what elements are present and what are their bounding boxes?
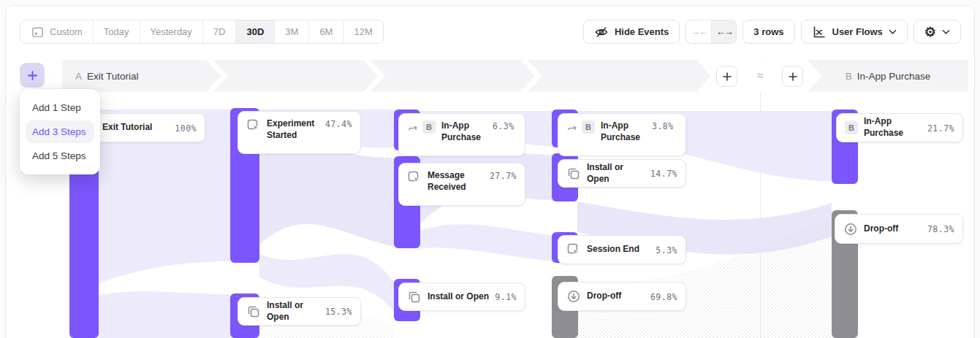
event-icon: [566, 242, 581, 257]
node-label: In-App Purchase: [441, 120, 487, 144]
step-banner-a[interactable]: [62, 60, 713, 92]
flow-arrow-icon: [407, 121, 419, 133]
node-label: Experiment Started: [267, 118, 319, 142]
flow-node-in-app-purchase-21[interactable]: B In-App Purchase 21.7%: [836, 113, 963, 142]
date-range-control: Custom Today Yesterday 7D 30D 3M 6M 12M: [20, 20, 384, 44]
date-range-label: 7D: [213, 26, 226, 37]
collapse-columns-button[interactable]: →←: [686, 20, 711, 43]
node-label: Session End: [587, 244, 650, 256]
rows-label: 3 rows: [753, 26, 783, 37]
date-range-6m[interactable]: 6M: [309, 20, 343, 43]
node-value: 15.3%: [325, 306, 352, 317]
add-step-button-b[interactable]: [782, 66, 803, 87]
step-banner-a-label: A Exit Tutorial: [75, 60, 139, 92]
date-range-yesterday[interactable]: Yesterday: [140, 20, 203, 43]
node-value: 27.7%: [490, 170, 517, 181]
node-label: Drop-off: [587, 291, 645, 302]
date-range-label: 30D: [246, 26, 264, 37]
plus-icon: [788, 72, 798, 82]
step-b-badge: B: [845, 121, 858, 134]
drop-off-icon: [843, 222, 858, 237]
menu-item-add-3-steps[interactable]: Add 3 Steps: [26, 120, 94, 143]
expand-columns-button[interactable]: ←→: [711, 20, 736, 43]
node-label: Install or Open: [267, 300, 319, 323]
flow-node-install-or-open-15[interactable]: Install or Open 15.3%: [238, 297, 361, 326]
view-selector-button[interactable]: User Flows: [801, 20, 908, 44]
date-range-label: 3M: [285, 26, 298, 37]
node-label: Exit Tutorial: [102, 122, 169, 134]
flow-node-message-received[interactable]: Message Received 27.7%: [398, 163, 525, 206]
date-range-3m[interactable]: 3M: [275, 20, 309, 43]
flow-node-drop-off-69[interactable]: Drop-off 69.8%: [558, 282, 686, 311]
step-banner-b-label: B In-App Purchase: [808, 60, 968, 92]
node-label: Drop-off: [864, 223, 922, 235]
node-value: 14.7%: [650, 168, 677, 179]
hide-events-button[interactable]: Hide Events: [583, 20, 680, 44]
hide-events-label: Hide Events: [615, 26, 669, 37]
toolbar-right: Hide Events →← ←→ 3 rows User Flows ⚙: [583, 20, 961, 44]
node-value: 9.1%: [495, 291, 517, 302]
node-value: 21.7%: [927, 123, 954, 134]
section-divider: [760, 58, 761, 338]
node-value: 47.4%: [325, 118, 352, 129]
date-range-7d[interactable]: 7D: [203, 20, 237, 43]
calendar-icon: [31, 25, 45, 39]
menu-item-add-5-steps[interactable]: Add 5 Steps: [26, 145, 94, 167]
node-label: Install or Open: [587, 162, 645, 185]
add-step-plus-button[interactable]: [20, 63, 45, 88]
node-label: In-App Purchase: [864, 116, 922, 139]
flow-node-in-app-purchase-3[interactable]: B In-App Purchase 3.8%: [558, 113, 686, 156]
flow-node-session-end[interactable]: Session End 5.3%: [558, 235, 686, 264]
node-label: Install or Open: [428, 291, 489, 303]
flow-node-in-app-purchase-6[interactable]: B In-App Purchase 6.3%: [398, 113, 525, 156]
date-range-label: 12M: [354, 26, 372, 37]
step-b-badge: B: [582, 120, 595, 134]
date-range-custom[interactable]: Custom: [20, 20, 94, 43]
step-name-b: In-App Purchase: [857, 71, 931, 82]
step-letter-b: B: [846, 71, 852, 82]
step-name-a: Exit Tutorial: [87, 71, 139, 82]
flow-link-band[interactable]: [420, 224, 552, 261]
node-value: 100%: [175, 123, 197, 134]
node-icon-group: B: [407, 120, 436, 134]
node-value: 78.3%: [927, 223, 954, 234]
flow-node-experiment-started[interactable]: Experiment Started 47.4%: [238, 111, 361, 154]
date-range-30d[interactable]: 30D: [236, 20, 275, 43]
step-letter-a: A: [75, 71, 82, 82]
drop-off-icon: [566, 289, 581, 304]
rows-button[interactable]: 3 rows: [742, 20, 794, 44]
event-icon: [246, 118, 261, 133]
flow-link-band[interactable]: [259, 140, 395, 247]
chevron-down-icon: [942, 29, 950, 35]
node-value: 69.8%: [650, 291, 677, 302]
collapse-expand-control: →← ←→: [685, 20, 737, 44]
view-selector-label: User Flows: [832, 26, 883, 37]
node-value: 3.8%: [652, 120, 674, 131]
date-range-label: 6M: [319, 26, 333, 37]
collapse-arrows-icon: →←: [691, 26, 707, 37]
node-icon-group: B: [845, 121, 858, 134]
date-range-label: Today: [104, 26, 129, 37]
add-step-button-a[interactable]: [716, 66, 737, 87]
flow-arrow-icon: [566, 121, 578, 133]
settings-button[interactable]: ⚙: [913, 20, 961, 44]
flow-link-band[interactable]: [99, 291, 230, 338]
node-value: 5.3%: [656, 245, 677, 256]
node-label: Message Received: [428, 170, 484, 193]
step-b-badge: B: [422, 120, 436, 134]
node-value: 6.3%: [493, 120, 514, 131]
expand-arrows-icon: ←→: [716, 26, 732, 37]
flows-chart-icon: [812, 25, 827, 39]
flow-node-install-or-open-14[interactable]: Install or Open 14.7%: [558, 159, 686, 188]
eye-off-icon: [594, 25, 609, 39]
date-range-12m[interactable]: 12M: [343, 20, 382, 43]
menu-item-add-1-step[interactable]: Add 1 Step: [26, 96, 94, 119]
flow-node-drop-off-78[interactable]: Drop-off 78.3%: [835, 214, 963, 244]
plus-icon: [722, 72, 732, 82]
flow-node-install-or-open-9[interactable]: Install or Open 9.1%: [398, 283, 525, 311]
install-icon: [566, 166, 581, 181]
chevron-down-icon: [889, 29, 897, 35]
install-icon: [246, 304, 261, 319]
event-icon: [407, 170, 422, 185]
date-range-today[interactable]: Today: [94, 20, 140, 43]
